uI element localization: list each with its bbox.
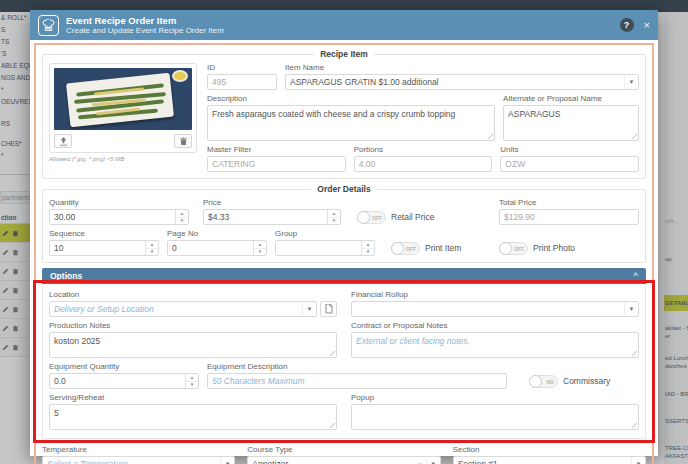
section-select[interactable]: Section #1 ▼	[453, 456, 646, 464]
location-combobox[interactable]: Delivery or Setup Location ▼	[49, 301, 317, 317]
print-item-toggle[interactable]: OFF	[391, 242, 420, 255]
order-details-legend: Order Details	[311, 184, 376, 194]
chevron-down-icon[interactable]: ▼	[426, 457, 440, 464]
production-notes-field[interactable]: koston 2025	[49, 332, 337, 358]
options-header[interactable]: Options ^	[42, 268, 646, 284]
alternate-name-field[interactable]: ASPARAGUS	[503, 105, 639, 141]
close-icon[interactable]: ×	[644, 20, 650, 31]
master-filter-label: Master Filter	[207, 145, 346, 154]
chevron-down-icon[interactable]: ▼	[624, 75, 638, 89]
help-icon[interactable]: ?	[620, 18, 634, 32]
production-notes-label: Production Notes	[49, 321, 337, 330]
step-up-icon[interactable]: ▲	[186, 374, 198, 382]
popup-label: Popup	[351, 393, 639, 402]
modal-subtitle: Create and Update Event Recipe Order Ite…	[66, 26, 224, 36]
serving-reheat-label: Serving/Reheat	[49, 393, 337, 402]
step-down-icon[interactable]: ▼	[176, 218, 188, 225]
chevron-down-icon[interactable]: ▼	[220, 457, 234, 464]
sequence-field[interactable]	[50, 241, 145, 255]
serving-reheat-field[interactable]: 5	[49, 404, 337, 430]
commissary-toggle[interactable]: NO	[529, 375, 558, 388]
chevron-down-icon[interactable]: ▼	[631, 457, 645, 464]
portions-label: Portions	[354, 145, 493, 154]
section-label: Section	[453, 445, 646, 454]
equipment-description-field[interactable]	[207, 373, 507, 389]
chevron-up-icon[interactable]: ^	[633, 273, 638, 279]
sequence-stepper[interactable]: ▲▼	[49, 240, 159, 256]
equipment-quantity-field[interactable]	[50, 374, 185, 388]
page-no-field[interactable]	[168, 241, 253, 255]
clear-icon[interactable]: ×	[414, 460, 426, 464]
step-up-icon[interactable]: ▲	[328, 210, 340, 218]
portions-field	[354, 156, 493, 172]
screen: & ROLL* S TS 'S ABLE EQU NGS AND D * OEU…	[0, 0, 688, 464]
equipment-description-label: Equipment Description	[207, 362, 507, 371]
modal-body: Recipe Item	[30, 40, 658, 464]
section-value: Section #1	[454, 459, 631, 464]
financial-rollup-select[interactable]: ▼	[351, 301, 639, 317]
retail-price-toggle[interactable]: OFF	[357, 211, 386, 224]
equipment-quantity-stepper[interactable]: ▲▼	[49, 373, 199, 389]
equipment-quantity-label: Equipment Quantity	[49, 362, 199, 371]
recipe-item-legend: Recipe Item	[314, 49, 374, 59]
print-photo-toggle[interactable]: OFF	[499, 242, 528, 255]
step-up-icon[interactable]: ▲	[146, 241, 158, 249]
location-placeholder: Delivery or Setup Location	[50, 304, 302, 314]
options-body: Location Delivery or Setup Location ▼	[42, 284, 646, 439]
chef-hat-icon	[38, 15, 59, 36]
item-name-value: ASPARAGUS GRATIN $1.00 additional	[286, 77, 624, 87]
upload-image-button[interactable]	[54, 134, 72, 148]
quantity-stepper[interactable]: ▲▼	[49, 209, 189, 225]
step-down-icon[interactable]: ▼	[254, 249, 266, 256]
order-details-section: Order Details Quantity ▲▼ Price	[42, 184, 646, 263]
location-label: Location	[49, 290, 337, 299]
image-upload-hint: Allowed (*.jpg, *.png) <5 MB	[49, 156, 197, 162]
recipe-item-section: Recipe Item	[42, 49, 646, 179]
temperature-combobox[interactable]: Select a Temperature ▼	[42, 456, 235, 464]
description-field[interactable]: Fresh asparagus coated with cheese and a…	[207, 105, 495, 141]
page-no-label: Page No	[167, 229, 267, 238]
step-up-icon[interactable]: ▲	[362, 241, 374, 249]
id-label: ID	[207, 63, 277, 72]
recipe-image-card	[49, 63, 197, 153]
options-section: Options ^ Location Delivery or Setup Loc…	[42, 268, 646, 439]
units-label: Units	[500, 145, 639, 154]
new-location-button[interactable]	[320, 301, 337, 317]
modal-header: Event Recipe Order Item Create and Updat…	[30, 10, 658, 40]
delete-image-button[interactable]	[174, 134, 192, 148]
alternate-name-label: Alternate or Proposal Name	[503, 94, 639, 103]
modal-title: Event Recipe Order Item	[66, 15, 224, 26]
course-type-value: Appetizer	[248, 459, 413, 464]
page-no-stepper[interactable]: ▲▼	[167, 240, 267, 256]
step-down-icon[interactable]: ▼	[146, 249, 158, 256]
id-field	[207, 74, 277, 90]
commissary-label: Commissary	[563, 376, 610, 386]
trash-icon	[179, 137, 188, 146]
item-name-select[interactable]: ASPARAGUS GRATIN $1.00 additional ▼	[285, 74, 639, 90]
sequence-label: Sequence	[49, 229, 159, 238]
step-down-icon[interactable]: ▼	[186, 382, 198, 389]
units-field	[500, 156, 639, 172]
upload-icon	[59, 137, 68, 146]
group-stepper[interactable]: ▲▼	[275, 240, 375, 256]
price-field[interactable]	[204, 210, 327, 224]
step-down-icon[interactable]: ▼	[328, 218, 340, 225]
course-type-combobox[interactable]: Appetizer × ▼	[247, 456, 440, 464]
recipe-photo	[54, 68, 192, 130]
popup-field[interactable]	[351, 404, 639, 430]
temperature-placeholder: Select a Temperature	[43, 459, 220, 464]
temperature-label: Temperature	[42, 445, 235, 454]
step-up-icon[interactable]: ▲	[254, 241, 266, 249]
financial-rollup-label: Financial Rollup	[351, 290, 639, 299]
event-recipe-order-item-modal: Event Recipe Order Item Create and Updat…	[30, 10, 658, 456]
chevron-down-icon[interactable]: ▼	[302, 302, 316, 316]
step-down-icon[interactable]: ▼	[362, 249, 374, 256]
price-stepper[interactable]: ▲▼	[203, 209, 341, 225]
step-up-icon[interactable]: ▲	[176, 210, 188, 218]
quantity-field[interactable]	[50, 210, 175, 224]
contract-notes-label: Contract or Proposal Notes	[351, 321, 639, 330]
contract-notes-field[interactable]	[351, 332, 639, 358]
chevron-down-icon[interactable]: ▼	[624, 302, 638, 316]
group-field[interactable]	[276, 241, 361, 255]
price-label: Price	[203, 198, 341, 207]
